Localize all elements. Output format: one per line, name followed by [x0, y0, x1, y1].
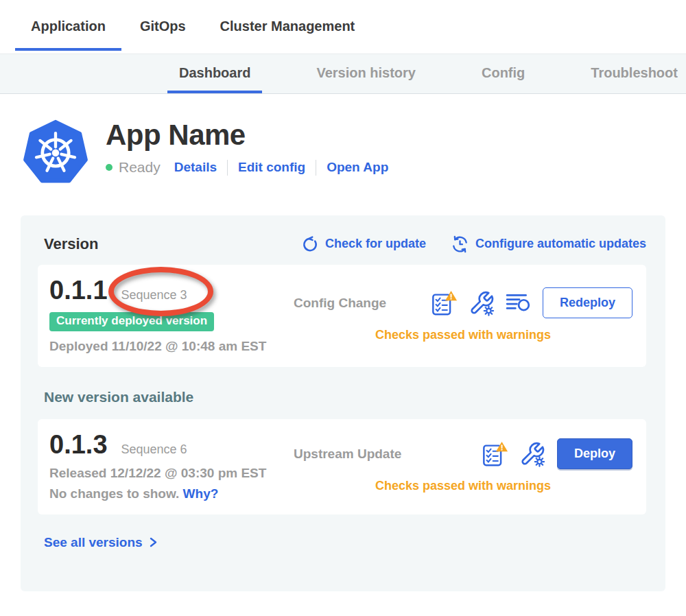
- configure-automatic-updates-button[interactable]: Configure automatic updates: [451, 235, 646, 253]
- see-all-versions-label: See all versions: [44, 535, 143, 550]
- tab-dashboard-label: Dashboard: [179, 65, 250, 81]
- status-dot-icon: [106, 164, 113, 171]
- new-version-heading: New version available: [44, 389, 646, 405]
- redeploy-button[interactable]: Redeploy: [543, 287, 632, 318]
- status-badge: Ready: [119, 159, 161, 176]
- tab-troubleshoot-label: Troubleshoot: [591, 65, 678, 81]
- tab-config-label: Config: [482, 65, 525, 81]
- config-wrench-icon[interactable]: [469, 290, 495, 316]
- version-panel: Version Check for update Configure autom…: [21, 215, 665, 591]
- new-version-number: 0.1.3: [49, 431, 108, 460]
- version-source-label: Upstream Update: [294, 447, 401, 462]
- new-version-card: 0.1.3 Sequence 6 Released 12/12/22 @ 03:…: [38, 419, 646, 514]
- new-version-sequence: Sequence 6: [121, 442, 187, 457]
- tab-troubleshoot[interactable]: Troubleshoot: [579, 54, 686, 93]
- divider: [316, 160, 316, 176]
- edit-config-link[interactable]: Edit config: [238, 160, 305, 175]
- deployed-timestamp: Deployed 11/10/22 @ 10:48 am EST: [49, 339, 266, 354]
- deploy-button[interactable]: Deploy: [557, 438, 632, 469]
- open-app-link[interactable]: Open App: [327, 160, 388, 175]
- app-header: App Name Ready Details Edit config Open …: [0, 94, 686, 184]
- tab-application-label: Application: [31, 19, 106, 34]
- released-timestamp: Released 12/12/22 @ 03:30 pm EST: [49, 466, 266, 481]
- check-for-update-label: Check for update: [325, 237, 426, 251]
- configure-automatic-updates-label: Configure automatic updates: [475, 237, 646, 251]
- primary-nav: Application GitOps Cluster Management: [0, 0, 686, 54]
- preflight-checks-warning-icon[interactable]: [482, 440, 509, 468]
- see-all-versions-link[interactable]: See all versions: [44, 535, 158, 550]
- tab-version-history-label: Version history: [316, 65, 416, 81]
- details-link[interactable]: Details: [174, 160, 217, 175]
- current-version-number: 0.1.1: [49, 276, 108, 305]
- tab-gitops[interactable]: GitOps: [124, 0, 202, 51]
- tab-application[interactable]: Application: [15, 0, 121, 51]
- preflight-checks-warning-icon[interactable]: [431, 289, 458, 317]
- tab-config[interactable]: Config: [470, 54, 536, 93]
- checks-status-text[interactable]: Checks passed with warnings: [294, 479, 632, 493]
- page-title: App Name: [106, 119, 388, 151]
- version-source-label: Config Change: [294, 296, 386, 311]
- version-panel-title: Version: [44, 235, 98, 253]
- diff-files-icon[interactable]: [505, 290, 531, 316]
- no-changes-text: No changes to show. Why?: [49, 486, 218, 501]
- current-version-sequence: Sequence 3: [121, 288, 187, 303]
- tab-dashboard[interactable]: Dashboard: [167, 54, 262, 93]
- tab-version-history[interactable]: Version history: [305, 54, 427, 93]
- clock-refresh-icon: [451, 235, 469, 253]
- check-for-update-button[interactable]: Check for update: [301, 235, 426, 253]
- tab-cluster-management[interactable]: Cluster Management: [204, 0, 371, 51]
- current-version-card: 0.1.1 Sequence 3 Currently deployed vers…: [38, 265, 646, 367]
- checks-status-text[interactable]: Checks passed with warnings: [294, 328, 632, 342]
- divider: [227, 160, 228, 176]
- tab-gitops-label: GitOps: [140, 19, 186, 34]
- kubernetes-logo-icon: [23, 118, 88, 184]
- secondary-nav: Dashboard Version history Config Trouble…: [0, 54, 686, 94]
- tab-cluster-management-label: Cluster Management: [220, 19, 355, 34]
- config-wrench-icon[interactable]: [519, 441, 545, 467]
- why-link[interactable]: Why?: [183, 486, 219, 501]
- refresh-icon: [301, 235, 319, 253]
- chevron-right-icon: [148, 536, 158, 548]
- currently-deployed-badge: Currently deployed version: [49, 312, 214, 331]
